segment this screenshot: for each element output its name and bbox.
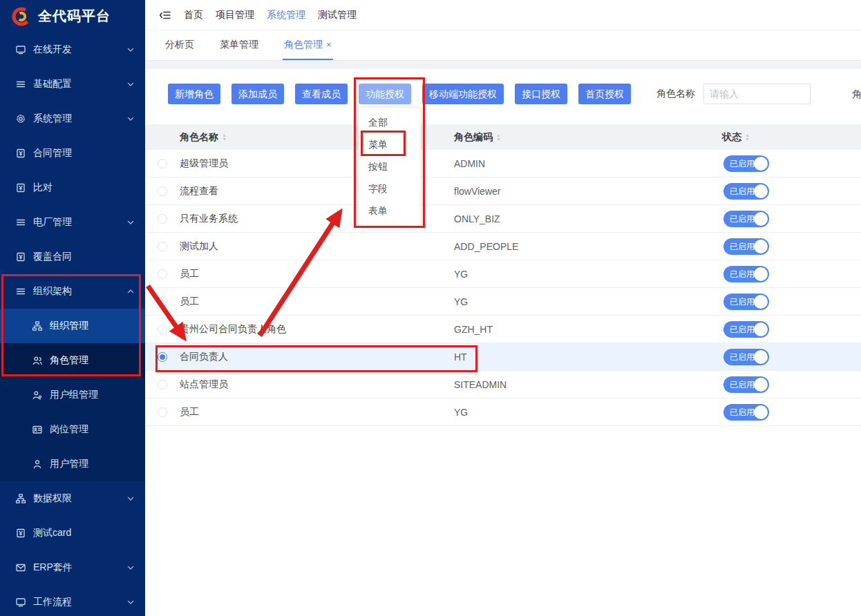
status-toggle[interactable]: 已启用	[723, 404, 769, 421]
row-radio[interactable]	[158, 297, 167, 307]
dropdown-item-all[interactable]: 全部	[359, 111, 420, 133]
sidebar-item-org-mgmt[interactable]: 组织管理	[0, 309, 145, 343]
table-row: 员工 YG 已启用	[145, 398, 861, 426]
add-role-button[interactable]: 新增角色	[168, 84, 220, 104]
role-name: 贵州公司合同负责人角色	[180, 323, 454, 336]
content-divider	[145, 61, 861, 69]
role-name: 站点管理员	[180, 378, 454, 391]
role-code: flowViewer	[454, 186, 722, 197]
api-auth-button[interactable]: 接口授权	[515, 84, 567, 104]
role-code: YG	[454, 269, 722, 280]
nav-item-project-mgmt[interactable]: 项目管理	[216, 9, 254, 21]
contract-icon	[15, 251, 26, 262]
tab-role-mgmt[interactable]: 角色管理 ×	[283, 30, 333, 60]
status-toggle[interactable]: 已启用	[723, 266, 769, 282]
status-toggle[interactable]: 已启用	[723, 293, 769, 310]
sidebar-item-data-permission[interactable]: 数据权限	[0, 481, 145, 516]
page-tabbar: 分析页 菜单管理 角色管理 ×	[145, 30, 861, 61]
table-row: 流程查看 flowViewer 已启用	[145, 177, 861, 205]
mail-icon	[15, 562, 26, 573]
role-code: YG	[454, 407, 722, 418]
row-radio-checked[interactable]	[158, 352, 167, 362]
row-radio[interactable]	[158, 325, 167, 334]
list-icon	[15, 217, 26, 228]
gear-icon	[15, 113, 26, 124]
col-header-role-name: 角色名称	[180, 131, 218, 144]
tab-menu-mgmt[interactable]: 菜单管理	[218, 30, 260, 60]
sidebar-item-org-structure[interactable]: 组织架构	[0, 274, 145, 309]
status-toggle[interactable]: 已启用	[723, 349, 769, 365]
role-name: 测试加人	[180, 240, 454, 253]
sidebar-item-workflow[interactable]: 工作流程	[0, 585, 145, 616]
sidebar-item-system-mgmt[interactable]: 系统管理	[0, 102, 145, 136]
sidebar-item-user-mgmt[interactable]: 用户管理	[0, 447, 145, 481]
chevron-up-icon	[126, 287, 135, 296]
status-toggle[interactable]: 已启用	[723, 238, 769, 255]
sidebar-item-online-dev[interactable]: 在线开发	[0, 32, 145, 67]
chevron-down-icon	[126, 597, 135, 607]
menu-fold-icon[interactable]	[159, 9, 171, 21]
list-icon	[15, 286, 26, 297]
row-radio[interactable]	[158, 186, 167, 196]
sidebar-item-test-card[interactable]: 测试card	[0, 516, 145, 550]
homepage-auth-button[interactable]: 首页授权	[578, 84, 631, 104]
role-name-input[interactable]	[703, 84, 811, 104]
nav-item-system-mgmt[interactable]: 系统管理	[267, 9, 305, 21]
role-mgmt-content: 新增角色 添加成员 查看成员 功能授权 移动端功能授权 接口授权 首页授权 角色…	[145, 69, 861, 616]
role-code: ADD_PEOPLE	[454, 241, 722, 252]
top-navbar: 首页 项目管理 系统管理 测试管理	[145, 0, 861, 30]
sidebar-item-plant-mgmt[interactable]: 电厂管理	[0, 205, 145, 240]
row-radio[interactable]	[158, 159, 167, 169]
nav-item-test-mgmt[interactable]: 测试管理	[318, 9, 357, 21]
row-radio[interactable]	[158, 214, 167, 224]
row-radio[interactable]	[158, 242, 167, 251]
dropdown-item-form[interactable]: 表单	[359, 200, 420, 222]
row-radio[interactable]	[158, 380, 167, 389]
status-toggle[interactable]: 已启用	[723, 155, 769, 172]
role-name-filter: 角色名称	[656, 84, 811, 104]
add-member-button[interactable]: 添加成员	[231, 84, 284, 104]
table-row: 超级管理员 ADMIN 已启用	[145, 150, 861, 177]
org-tree-icon	[15, 493, 26, 504]
sidebar-item-compare[interactable]: 比对	[0, 171, 145, 205]
dropdown-item-menu[interactable]: 菜单	[359, 133, 420, 155]
toggle-knob	[754, 267, 768, 281]
row-radio[interactable]	[158, 269, 167, 279]
monitor-icon	[15, 44, 26, 55]
row-radio[interactable]	[158, 407, 167, 417]
sort-icon[interactable]: ▲▼	[222, 133, 227, 142]
status-toggle[interactable]: 已启用	[723, 376, 769, 393]
close-icon[interactable]: ×	[326, 39, 332, 50]
sidebar-item-role-mgmt[interactable]: 角色管理	[0, 343, 145, 378]
feature-auth-button[interactable]: 功能授权	[359, 84, 411, 104]
role-code: YG	[454, 296, 722, 307]
sidebar-item-user-group-mgmt[interactable]: 用户组管理	[0, 378, 145, 412]
view-members-button[interactable]: 查看成员	[295, 84, 348, 104]
roles-icon	[32, 355, 43, 366]
sort-icon[interactable]: ▲▼	[745, 133, 750, 142]
status-toggle[interactable]: 已启用	[723, 321, 769, 338]
sidebar-item-basic-config[interactable]: 基础配置	[0, 67, 145, 102]
dropdown-item-field[interactable]: 字段	[359, 177, 420, 200]
tab-analysis[interactable]: 分析页	[164, 30, 196, 60]
sidebar-item-erp-suite[interactable]: ERP套件	[0, 550, 145, 585]
sort-icon[interactable]: ▲▼	[496, 133, 501, 142]
chevron-down-icon	[126, 45, 135, 55]
mobile-feature-auth-button[interactable]: 移动端功能授权	[422, 84, 504, 104]
sidebar-item-post-mgmt[interactable]: 岗位管理	[0, 412, 145, 447]
toggle-knob	[754, 378, 768, 392]
sidebar-item-contract-mgmt[interactable]: 合同管理	[0, 136, 145, 171]
sidebar-item-cover-contract[interactable]: 覆盖合同	[0, 240, 145, 274]
contract-icon	[15, 528, 26, 539]
table-row: 测试加人 ADD_PEOPLE 已启用	[145, 233, 861, 260]
dropdown-item-button[interactable]: 按钮	[359, 155, 420, 177]
role-name: 合同负责人	[180, 351, 454, 363]
nav-item-home[interactable]: 首页	[184, 9, 203, 21]
badge-icon	[32, 424, 43, 435]
status-toggle[interactable]: 已启用	[723, 183, 769, 200]
sidebar-submenu-org: 组织管理 角色管理 用户组管理 岗位管理 用户管理	[0, 309, 145, 481]
toggle-knob	[754, 323, 768, 336]
roles-table: 角色名称 ▲▼ 角色编码 ▲▼ 状态 ▲▼ 超级管理员 ADMIN 已启用	[145, 124, 861, 426]
status-toggle[interactable]: 已启用	[723, 211, 769, 227]
table-row: 员工 YG 已启用	[145, 288, 861, 316]
